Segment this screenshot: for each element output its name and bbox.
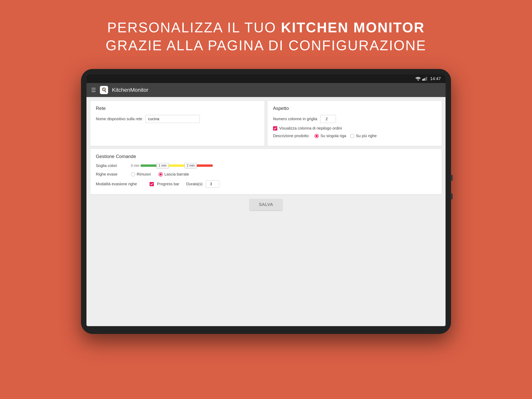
radio-rimuovi-label: Rimuovi xyxy=(137,172,151,176)
modalita-label: Modalità evasione righe xyxy=(96,182,146,186)
save-button[interactable]: SALVA xyxy=(250,199,283,210)
svg-rect-2 xyxy=(424,78,424,81)
tablet-screen: 14:47 ☰ 🍳 KitchenMonitor Rete Nome dispo… xyxy=(86,74,446,326)
gestione-panel: Gestione Comande Soglia colori 0 min 1 m… xyxy=(90,149,442,194)
progress-bar-checkbox[interactable] xyxy=(150,182,154,186)
title-prefix: PERSONALIZZA IL TUO xyxy=(107,20,281,35)
radio-piu-righe-label: Su più righe xyxy=(356,134,377,138)
save-area: SALVA xyxy=(90,199,442,210)
gestione-panel-title: Gestione Comande xyxy=(96,154,436,159)
radio-lascia[interactable]: Lascia barrate xyxy=(158,172,189,176)
righe-label: Righe evase xyxy=(96,172,127,176)
slider-thumb-2[interactable]: 2 min xyxy=(184,163,197,168)
tablet-bump-1 xyxy=(451,175,453,181)
slider-min: 0 min xyxy=(131,164,139,168)
durata-label: Durata(s) xyxy=(186,182,203,186)
slider-yellow xyxy=(169,164,185,167)
radio-singola-circle[interactable] xyxy=(315,134,319,138)
radio-singola-label: Su singola riga xyxy=(320,134,346,138)
app-logo: 🍳 xyxy=(100,86,108,94)
aspetto-panel-title: Aspetto xyxy=(273,106,436,111)
tablet-bump-2 xyxy=(451,193,453,199)
slider-thumb-1[interactable]: 1 min xyxy=(156,163,169,168)
page-title-line2: GRAZIE ALLA PAGINA DI CONFIGURAZIONE xyxy=(106,37,426,53)
device-name-label: Nome dispositivo sulla rete xyxy=(96,117,142,121)
device-name-row: Nome dispositivo sulla rete xyxy=(96,115,259,123)
descrizione-row: Descrizione prodotto Su singola riga Su … xyxy=(273,134,436,138)
radio-rimuovi-circle[interactable] xyxy=(131,172,135,176)
riepilogo-checkbox[interactable] xyxy=(273,126,277,130)
color-slider[interactable]: 0 min 1 min 2 min xyxy=(131,163,213,168)
svg-rect-4 xyxy=(426,77,427,81)
columns-input[interactable] xyxy=(320,115,336,123)
righe-evase-row: Righe evase Rimuovi Lascia barrate xyxy=(96,172,436,176)
radio-piu-righe-circle[interactable] xyxy=(350,134,355,138)
top-row: Rete Nome dispositivo sulla rete Aspetto… xyxy=(90,101,442,146)
page-title-line1: PERSONALIZZA IL TUO KITCHEN MONITOR xyxy=(106,19,426,35)
soglia-row: Soglia colori 0 min 1 min 2 min xyxy=(96,163,436,168)
tablet-device: 14:47 ☰ 🍳 KitchenMonitor Rete Nome dispo… xyxy=(81,69,451,334)
status-icons: 14:47 xyxy=(415,76,441,81)
status-bar: 14:47 xyxy=(86,74,446,83)
svg-point-0 xyxy=(418,80,418,81)
columns-row: Numero colonne in griglia xyxy=(273,115,436,123)
content-area: Rete Nome dispositivo sulla rete Aspetto… xyxy=(86,97,446,326)
radio-rimuovi[interactable]: Rimuovi xyxy=(131,172,151,176)
progress-bar-label: Progress bar xyxy=(157,182,179,186)
rete-panel-title: Rete xyxy=(96,106,259,111)
page-title-area: PERSONALIZZA IL TUO KITCHEN MONITOR GRAZ… xyxy=(106,19,426,53)
soglia-label: Soglia colori xyxy=(96,163,127,168)
slider-red xyxy=(197,164,213,167)
durata-input[interactable] xyxy=(206,180,219,188)
app-title: KitchenMonitor xyxy=(112,87,148,93)
columns-label: Numero colonne in griglia xyxy=(273,117,317,121)
radio-singola[interactable]: Su singola riga xyxy=(315,134,346,138)
modalita-row: Modalità evasione righe Progress bar Dur… xyxy=(96,180,436,188)
hamburger-icon[interactable]: ☰ xyxy=(91,87,96,93)
signal-icon xyxy=(422,77,427,81)
slider-green xyxy=(141,164,156,167)
logo-emoji: 🍳 xyxy=(101,87,107,93)
svg-rect-1 xyxy=(422,79,423,81)
status-time: 14:47 xyxy=(430,76,441,81)
riepilogo-row[interactable]: Visualizza colonna di riepilogo ordini xyxy=(273,126,436,130)
radio-lascia-label: Lascia barrate xyxy=(164,172,189,176)
rete-panel: Rete Nome dispositivo sulla rete xyxy=(90,101,265,146)
device-name-input[interactable] xyxy=(146,115,200,123)
radio-lascia-circle[interactable] xyxy=(158,172,163,176)
wifi-icon xyxy=(415,77,421,81)
app-bar: ☰ 🍳 KitchenMonitor xyxy=(86,83,446,97)
radio-piu-righe[interactable]: Su più righe xyxy=(350,134,377,138)
aspetto-panel: Aspetto Numero colonne in griglia Visual… xyxy=(267,101,442,146)
svg-rect-3 xyxy=(425,77,426,81)
desc-label: Descrizione prodotto xyxy=(273,134,309,138)
riepilogo-label: Visualizza colonna di riepilogo ordini xyxy=(279,126,342,130)
title-bold: KITCHEN MONITOR xyxy=(281,20,425,35)
